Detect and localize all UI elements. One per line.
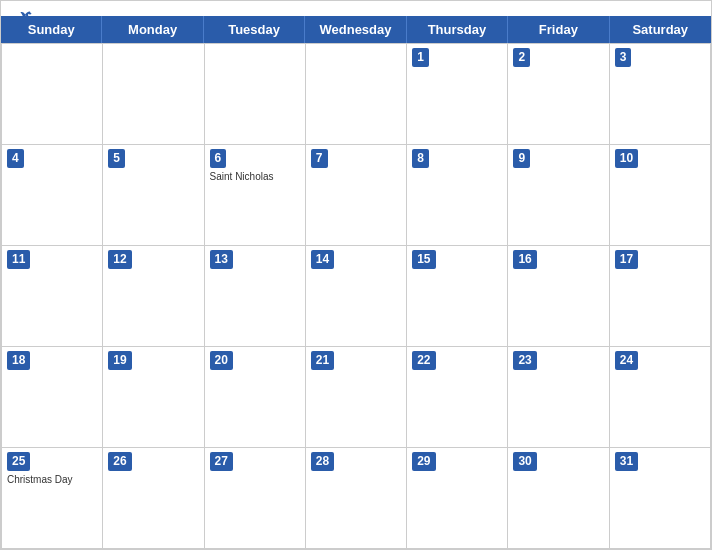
day-cell: 15 [407, 246, 508, 347]
day-cell: 28 [306, 448, 407, 549]
holiday-label: Christmas Day [7, 474, 97, 485]
day-cell: 5 [103, 145, 204, 246]
day-cell: 30 [508, 448, 609, 549]
day-cell: 0 [2, 44, 103, 145]
logo [16, 9, 34, 25]
day-number: 4 [7, 149, 24, 168]
day-header-tuesday: Tuesday [204, 16, 305, 43]
day-cell: 29 [407, 448, 508, 549]
day-number: 22 [412, 351, 435, 370]
day-cell: 17 [610, 246, 711, 347]
day-number: 25 [7, 452, 30, 471]
day-cell: 3 [610, 44, 711, 145]
day-header-thursday: Thursday [407, 16, 508, 43]
day-number: 18 [7, 351, 30, 370]
day-header-friday: Friday [508, 16, 609, 43]
day-number: 24 [615, 351, 638, 370]
day-number: 21 [311, 351, 334, 370]
day-number: 31 [615, 452, 638, 471]
day-cell: 7 [306, 145, 407, 246]
day-cell: 13 [205, 246, 306, 347]
day-cell: 24 [610, 347, 711, 448]
day-number: 13 [210, 250, 233, 269]
day-number: 29 [412, 452, 435, 471]
day-cell: 22 [407, 347, 508, 448]
day-header-saturday: Saturday [610, 16, 711, 43]
day-number: 23 [513, 351, 536, 370]
day-cell: 0 [205, 44, 306, 145]
day-cell: 21 [306, 347, 407, 448]
day-number: 26 [108, 452, 131, 471]
day-number: 11 [7, 250, 30, 269]
day-number: 20 [210, 351, 233, 370]
day-cell: 18 [2, 347, 103, 448]
day-headers-row: SundayMondayTuesdayWednesdayThursdayFrid… [1, 16, 711, 43]
day-cell: 27 [205, 448, 306, 549]
day-number: 1 [412, 48, 429, 67]
day-number: 8 [412, 149, 429, 168]
calendar-container: SundayMondayTuesdayWednesdayThursdayFrid… [0, 0, 712, 550]
day-cell: 16 [508, 246, 609, 347]
day-cell: 12 [103, 246, 204, 347]
day-number: 2 [513, 48, 530, 67]
day-cell: 0 [306, 44, 407, 145]
logo-blue-text [16, 9, 34, 25]
calendar-header [1, 1, 711, 16]
day-number: 16 [513, 250, 536, 269]
day-number: 27 [210, 452, 233, 471]
day-cell: 31 [610, 448, 711, 549]
day-number: 15 [412, 250, 435, 269]
day-cell: 26 [103, 448, 204, 549]
day-header-wednesday: Wednesday [305, 16, 406, 43]
day-number: 12 [108, 250, 131, 269]
day-cell: 19 [103, 347, 204, 448]
day-number: 5 [108, 149, 125, 168]
day-cell: 9 [508, 145, 609, 246]
day-number: 10 [615, 149, 638, 168]
day-number: 3 [615, 48, 632, 67]
day-number: 14 [311, 250, 334, 269]
day-header-monday: Monday [102, 16, 203, 43]
day-cell: 10 [610, 145, 711, 246]
holiday-label: Saint Nicholas [210, 171, 300, 182]
day-cell: 4 [2, 145, 103, 246]
day-cell: 0 [103, 44, 204, 145]
day-cell: 6Saint Nicholas [205, 145, 306, 246]
day-number: 7 [311, 149, 328, 168]
day-number: 28 [311, 452, 334, 471]
day-cell: 1 [407, 44, 508, 145]
day-cell: 2 [508, 44, 609, 145]
day-cell: 11 [2, 246, 103, 347]
day-number: 17 [615, 250, 638, 269]
day-cell: 25Christmas Day [2, 448, 103, 549]
day-number: 30 [513, 452, 536, 471]
logo-bird-icon [18, 9, 34, 25]
day-cell: 8 [407, 145, 508, 246]
day-number: 6 [210, 149, 227, 168]
day-number: 9 [513, 149, 530, 168]
calendar-grid: 0000123456Saint Nicholas7891011121314151… [1, 43, 711, 549]
day-cell: 14 [306, 246, 407, 347]
day-number: 19 [108, 351, 131, 370]
day-cell: 20 [205, 347, 306, 448]
day-cell: 23 [508, 347, 609, 448]
